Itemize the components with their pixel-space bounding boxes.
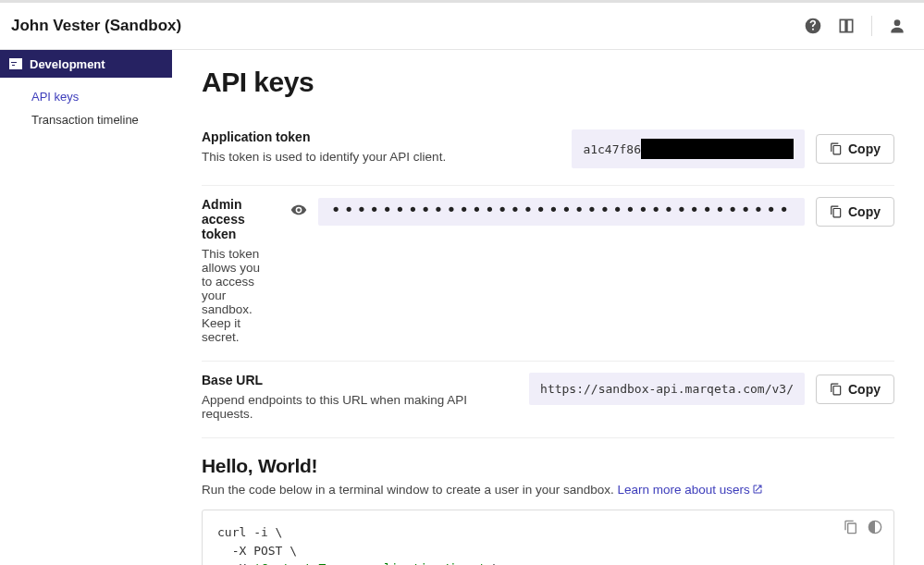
hello-world-title: Hello, World! bbox=[202, 455, 894, 477]
page-title: API keys bbox=[202, 67, 894, 98]
base-url-label: Base URL bbox=[202, 373, 511, 387]
application-token-description: This token is used to identify your API … bbox=[202, 150, 553, 164]
admin-token-description: This token allows you to access your san… bbox=[202, 247, 272, 344]
topbar-divider bbox=[871, 16, 872, 36]
admin-token-masked: •••••••••••••••••••••••••••••••••••• bbox=[318, 198, 805, 226]
copy-label: Copy bbox=[848, 141, 881, 156]
copy-base-url-button[interactable]: Copy bbox=[816, 375, 894, 404]
account-title: John Vester (Sandbox) bbox=[11, 17, 181, 35]
application-token-label: Application token bbox=[202, 129, 553, 144]
copy-icon bbox=[830, 142, 843, 155]
copy-code-icon[interactable] bbox=[844, 520, 858, 534]
reveal-admin-token-button[interactable] bbox=[290, 202, 307, 222]
learn-more-text: Learn more about users bbox=[618, 483, 750, 497]
external-link-icon bbox=[752, 484, 763, 495]
learn-more-users-link[interactable]: Learn more about users bbox=[618, 483, 763, 497]
help-icon[interactable] bbox=[803, 16, 823, 36]
terminal-icon bbox=[9, 58, 22, 69]
topbar-actions bbox=[803, 16, 907, 36]
hello-world-description: Run the code below in a terminal window … bbox=[202, 483, 894, 497]
sidebar-section-label: Development bbox=[30, 57, 105, 71]
code-sample: curl -i \ -X POST \ -H 'Content-Type: ap… bbox=[202, 510, 894, 565]
copy-label: Copy bbox=[848, 382, 881, 397]
admin-token-row: Admin access token This token allows you… bbox=[202, 186, 894, 362]
application-token-redacted bbox=[641, 139, 794, 159]
application-token-row: Application token This token is used to … bbox=[202, 118, 894, 186]
copy-icon bbox=[830, 383, 843, 396]
sidebar-item-transaction-timeline[interactable]: Transaction timeline bbox=[0, 108, 172, 131]
sidebar-section-development[interactable]: Development bbox=[0, 50, 172, 78]
base-url-row: Base URL Append endpoints to this URL wh… bbox=[202, 362, 894, 438]
hello-world-description-text: Run the code below in a terminal window … bbox=[202, 483, 618, 497]
sidebar: Development API keys Transaction timelin… bbox=[0, 50, 172, 565]
user-icon[interactable] bbox=[887, 16, 907, 36]
code-sample-text: curl -i \ -X POST \ -H 'Content-Type: ap… bbox=[217, 523, 879, 565]
base-url-value: https://sandbox-api.marqeta.com/v3/ bbox=[529, 373, 805, 405]
svg-point-0 bbox=[894, 19, 901, 26]
application-token-prefix: a1c47f86 bbox=[583, 142, 641, 156]
copy-label: Copy bbox=[848, 204, 881, 219]
admin-token-label: Admin access token bbox=[202, 197, 272, 241]
copy-icon bbox=[830, 205, 843, 218]
topbar: John Vester (Sandbox) bbox=[0, 0, 924, 50]
docs-icon[interactable] bbox=[836, 16, 856, 36]
sidebar-item-api-keys[interactable]: API keys bbox=[0, 85, 172, 108]
copy-admin-token-button[interactable]: Copy bbox=[816, 197, 894, 227]
theme-toggle-icon[interactable] bbox=[868, 520, 882, 534]
hello-world-section: Hello, World! Run the code below in a te… bbox=[202, 455, 894, 565]
copy-application-token-button[interactable]: Copy bbox=[816, 134, 894, 164]
base-url-description: Append endpoints to this URL when making… bbox=[202, 393, 511, 421]
main-content: API keys Application token This token is… bbox=[172, 50, 924, 565]
code-actions bbox=[844, 520, 882, 534]
application-token-value: a1c47f86 bbox=[572, 129, 805, 168]
